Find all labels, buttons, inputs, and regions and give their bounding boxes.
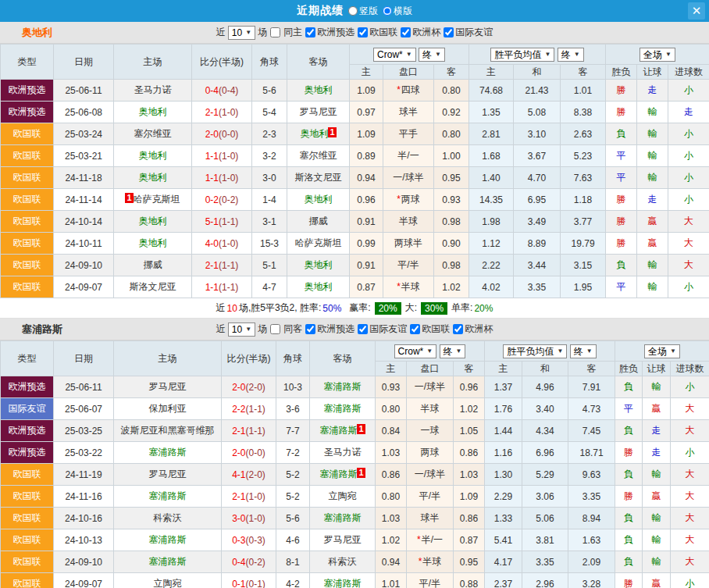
- mean-final-select[interactable]: 终▼: [570, 344, 597, 358]
- goals-result-cell: 小: [668, 189, 709, 211]
- odds-home-cell: 1.01: [376, 573, 407, 588]
- league-checkbox[interactable]: [358, 324, 368, 334]
- chevron-down-icon: ▼: [544, 49, 550, 60]
- bookmaker-select[interactable]: Crow*▼: [394, 344, 437, 358]
- mean-home-cell: 2.22: [469, 255, 514, 276]
- subcol-result: 胜负: [615, 362, 643, 376]
- col-type: 类型: [1, 341, 54, 376]
- col-score: 比分(半场): [222, 341, 276, 376]
- team-away-cell: 塞浦路斯: [310, 508, 376, 529]
- handicap-result-cell: 輸: [637, 145, 668, 167]
- mean-away-cell: 19.79: [561, 233, 606, 255]
- date-cell: 24-10-16: [54, 508, 114, 529]
- league-type-cell: 欧国联: [1, 123, 54, 145]
- scope-select[interactable]: 全场▼: [640, 48, 675, 62]
- mean-away-cell: 3.15: [561, 255, 606, 276]
- match-row: 欧国联25-03-24塞尔维亚2-0(0-0)2-3奥地利11.09平手0.80…: [1, 123, 709, 145]
- score-cell: 2-0(2-0): [222, 376, 276, 398]
- chevron-down-icon: ▼: [586, 346, 593, 357]
- league-checkbox[interactable]: [453, 324, 463, 334]
- league-checkbox[interactable]: [358, 27, 368, 37]
- games-count-select[interactable]: 10▼: [228, 26, 255, 40]
- league-type-cell: 欧国联: [1, 573, 54, 588]
- games-count-select[interactable]: 10▼: [228, 323, 255, 337]
- handicap-result-cell: 輸: [643, 464, 671, 486]
- subcol-mean-home: 主: [485, 362, 522, 376]
- odds-home-cell: 0.80: [376, 486, 407, 508]
- subcol-odds-home: 主: [376, 362, 407, 376]
- league-checkbox[interactable]: [305, 324, 315, 334]
- result-cell: 負: [606, 123, 637, 145]
- scope-select-value: 全场: [648, 346, 667, 357]
- league-filter-friendly[interactable]: 国际友谊: [443, 26, 493, 39]
- col-home: 主场: [114, 341, 222, 376]
- same-venue-checkbox[interactable]: [270, 27, 280, 37]
- corner-cell: 3-1: [252, 211, 287, 233]
- mean-final-select[interactable]: 终▼: [558, 48, 584, 62]
- same-venue-checkbox[interactable]: [270, 324, 280, 334]
- league-checkbox[interactable]: [401, 27, 411, 37]
- score-cell: 4-0(1-0): [192, 233, 252, 255]
- league-filter-euro-qual[interactable]: 欧洲预选: [305, 26, 354, 39]
- scope-select[interactable]: 全场▼: [644, 344, 680, 358]
- result-cell: 負: [615, 508, 643, 529]
- league-filter-nations-league[interactable]: 欧国联: [357, 26, 397, 39]
- vertical-radio-input[interactable]: [348, 6, 358, 16]
- chevron-down-icon: ▼: [456, 346, 462, 357]
- half-time-score: (1-0): [219, 107, 238, 118]
- goals-result-cell: 大: [671, 464, 709, 486]
- team-name: 科索沃: [329, 556, 357, 567]
- odds-group-header: Crow*▼ 终▼: [350, 45, 469, 65]
- half-time-score: (0-2): [219, 194, 238, 205]
- league-checkbox[interactable]: [410, 324, 420, 334]
- initial-final-select[interactable]: 终▼: [419, 48, 445, 62]
- mean-draw-cell: 3.67: [514, 145, 561, 167]
- layout-radio-vertical[interactable]: 竖版: [345, 5, 378, 18]
- initial-final-select[interactable]: 终▼: [440, 344, 466, 358]
- chevron-down-icon: ▼: [245, 27, 251, 38]
- team-away-cell: 奥地利: [287, 80, 350, 102]
- odds-away-cell: 0.95: [434, 167, 469, 189]
- league-type-cell: 国际友谊: [1, 398, 54, 420]
- league-checkbox[interactable]: [305, 27, 315, 37]
- league-checkbox[interactable]: [444, 27, 454, 37]
- league-filter-nations-league[interactable]: 欧国联: [409, 323, 450, 336]
- chevron-down-icon: ▼: [557, 346, 563, 357]
- mean-away-cell: 2.63: [561, 123, 606, 145]
- mean-select[interactable]: 胜平负均值▼: [503, 344, 567, 358]
- league-type-cell: 欧国联: [1, 211, 54, 233]
- mean-select[interactable]: 胜平负均值▼: [490, 48, 554, 62]
- handicap-cell: 半球: [407, 398, 454, 420]
- league-filter-friendly[interactable]: 国际友谊: [357, 323, 407, 336]
- handicap-result-cell: 贏: [643, 486, 671, 508]
- score-cell: 2-2(1-1): [222, 398, 276, 420]
- summary-big: 30%: [421, 302, 447, 315]
- layout-radio-horizontal[interactable]: 横版: [379, 5, 412, 18]
- subcol-odds-away: 客: [434, 65, 469, 80]
- odds-home-cell: 0.86: [376, 464, 407, 486]
- handicap-result-cell: 走: [643, 420, 671, 442]
- result-cell: 平: [606, 276, 637, 298]
- bookmaker-select[interactable]: Crow*▼: [373, 48, 416, 62]
- goals-result-cell: 大: [671, 486, 709, 508]
- close-button[interactable]: ✕: [688, 2, 705, 20]
- team-name: 罗马尼亚: [324, 534, 362, 545]
- league-filter-euro-cup[interactable]: 欧洲杯: [452, 323, 493, 336]
- horizontal-radio-input[interactable]: [383, 6, 392, 16]
- full-time-score: 2-1: [232, 426, 245, 437]
- near-label: 近: [216, 323, 226, 336]
- team-away-cell: 塞浦路斯1: [310, 464, 376, 486]
- corner-cell: 5-6: [276, 508, 310, 529]
- league-type-cell: 欧国联: [1, 529, 54, 551]
- team-home-cell: 波斯尼亚和黑塞哥维那: [114, 420, 222, 442]
- league-filter-euro-cup[interactable]: 欧洲杯: [400, 26, 440, 39]
- handicap-result-cell: 走: [637, 189, 668, 211]
- full-time-score: 2-0: [232, 382, 245, 393]
- date-cell: 24-11-19: [54, 464, 114, 486]
- handicap-result-cell: 贏: [637, 211, 668, 233]
- half-time-score: (0-3): [246, 535, 265, 546]
- league-filter-euro-qual[interactable]: 欧洲预选: [305, 323, 354, 336]
- team-name: 塞浦路斯: [149, 534, 187, 545]
- score-cell: 5-1(1-1): [192, 211, 252, 233]
- mean-final-value: 终: [574, 346, 583, 357]
